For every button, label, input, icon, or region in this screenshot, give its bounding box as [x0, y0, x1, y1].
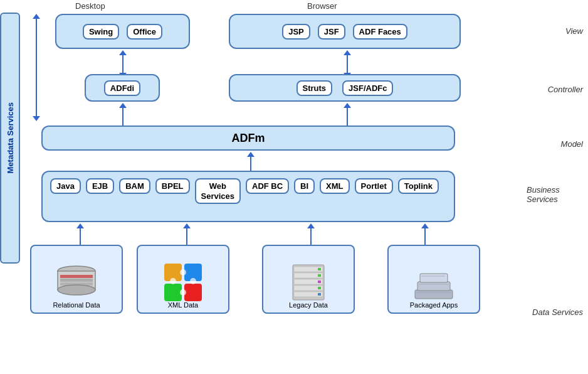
data-packaged-box: Packaged Apps: [387, 245, 480, 314]
packaged-apps-label: Packaged Apps: [410, 301, 458, 309]
svg-rect-26: [417, 282, 450, 291]
chip-jsfadfc: JSF/ADFc: [342, 80, 393, 96]
chip-adf-faces: ADF Faces: [353, 24, 407, 40]
svg-rect-5: [60, 282, 93, 286]
data-relational-box: Relational Data: [30, 245, 123, 314]
chip-jsp: JSP: [282, 24, 310, 40]
data-xml-box: XML Data: [137, 245, 229, 314]
data-legacy-box: Legacy Data: [262, 245, 355, 314]
controller-adfdi-box: ADFdi: [85, 74, 160, 102]
metadata-services-bar: Metadata Services: [0, 13, 20, 264]
svg-rect-3: [60, 275, 93, 278]
relational-data-icon: [51, 264, 102, 301]
svg-rect-20: [318, 268, 321, 270]
svg-point-10: [180, 269, 186, 275]
legacy-data-label: Legacy Data: [289, 301, 328, 309]
chip-swing: Swing: [83, 24, 119, 40]
model-box: ADFm: [41, 126, 455, 151]
diagram-container: Metadata Services Desktop Browser View C…: [0, 0, 588, 374]
svg-point-12: [170, 278, 176, 284]
chip-bi: BI: [294, 178, 315, 194]
desktop-header: Desktop: [75, 1, 105, 11]
chip-xml: XML: [320, 178, 349, 194]
svg-rect-21: [318, 274, 321, 277]
legacy-data-icon: [283, 264, 333, 301]
chip-portlet: Portlet: [355, 178, 393, 194]
model-label: Model: [561, 139, 583, 149]
controller-label: Controller: [548, 85, 583, 94]
browser-header: Browser: [307, 1, 337, 11]
view-browser-box: JSP JSF ADF Faces: [229, 14, 461, 49]
business-label: Business Services: [527, 185, 583, 204]
svg-rect-25: [415, 290, 453, 299]
chip-adfbc: ADF BC: [246, 178, 289, 194]
svg-point-11: [180, 289, 186, 296]
arrow-metadata-left: [33, 14, 40, 121]
chip-jsf: JSF: [318, 24, 345, 40]
svg-rect-27: [420, 274, 448, 282]
model-label-text: ADFm: [232, 132, 265, 145]
chip-ejb: EJB: [86, 178, 114, 194]
svg-rect-4: [60, 279, 93, 282]
chip-toplink: Toplink: [398, 178, 439, 194]
svg-rect-8: [164, 284, 182, 301]
chip-web-services: WebServices: [195, 178, 241, 204]
controller-browser-box: Struts JSF/ADFc: [229, 74, 461, 102]
data-label: Data Services: [532, 307, 583, 317]
svg-rect-24: [318, 293, 321, 296]
packaged-apps-icon: [409, 264, 459, 301]
business-box: Java EJB BAM BPEL WebServices ADF BC BI …: [41, 171, 455, 222]
svg-rect-23: [318, 287, 321, 289]
view-label: View: [565, 26, 583, 36]
svg-point-2: [58, 285, 95, 295]
xml-data-label: XML Data: [168, 301, 199, 309]
metadata-services-label: Metadata Services: [6, 102, 15, 173]
xml-data-icon: [158, 260, 208, 301]
svg-rect-22: [318, 280, 321, 283]
chip-java: Java: [50, 178, 81, 194]
chip-adfdi: ADFdi: [104, 80, 140, 96]
arrow-swing-adfdi-h: [55, 25, 87, 26]
view-desktop-box: Swing Office: [55, 14, 190, 49]
chip-bam: BAM: [119, 178, 150, 194]
chip-office: Office: [127, 24, 162, 40]
chip-bpel: BPEL: [155, 178, 190, 194]
svg-point-13: [190, 278, 196, 284]
chip-struts: Struts: [297, 80, 333, 96]
relational-data-label: Relational Data: [53, 301, 100, 309]
svg-rect-9: [184, 284, 202, 301]
